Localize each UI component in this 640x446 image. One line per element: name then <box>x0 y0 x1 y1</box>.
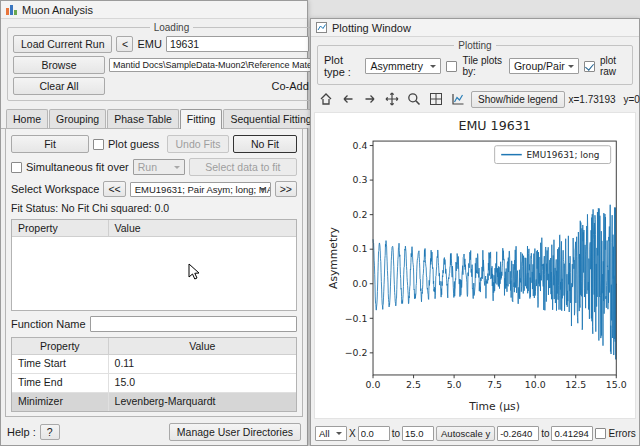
loading-group-label: Loading <box>150 22 194 33</box>
y-to-label: to <box>541 428 549 439</box>
mouse-cursor <box>188 263 200 281</box>
muon-titlebar[interactable]: Muon Analysis <box>1 1 307 19</box>
subplots-icon <box>428 91 444 107</box>
svg-text:0.3: 0.3 <box>353 174 368 185</box>
muon-tabbar: HomeGroupingPhase TableFittingSequential… <box>1 106 307 129</box>
chart-title: EMU 19631 <box>458 118 530 133</box>
workspace-previous-button[interactable]: << <box>103 181 125 197</box>
autoscale-y-button[interactable]: Autoscale y <box>436 426 495 441</box>
svg-text:−0.2: −0.2 <box>345 347 368 358</box>
pan-icon <box>384 91 400 107</box>
plotting-group-label: Plotting <box>454 40 495 51</box>
workspace-combo[interactable]: EMU19631; Pair Asym; long; MA <box>130 182 271 197</box>
simultaneous-fit-checkbox[interactable] <box>11 162 22 173</box>
plotting-window: Plotting Window Plotting Plot type : Asy… <box>310 18 640 446</box>
asymmetry-plot[interactable]: EMU 196310.02.55.07.510.012.515.0−0.2−0.… <box>315 113 635 418</box>
errors-label: Errors <box>608 428 635 439</box>
function-name-label: Function Name <box>11 318 86 330</box>
param-value[interactable]: 15.0 <box>109 374 296 392</box>
pan-button[interactable] <box>383 89 401 109</box>
plot-type-label: Plot type : <box>324 54 360 78</box>
help-button[interactable]: ? <box>40 424 60 440</box>
forward-arrow-icon <box>362 91 378 107</box>
function-browser[interactable]: Property Value <box>11 219 297 311</box>
load-current-run-button[interactable]: Load Current Run <box>13 35 112 53</box>
previous-run-button[interactable]: < <box>116 36 133 52</box>
muon-analysis-window: Muon Analysis Loading Load Current Run <… <box>0 0 308 446</box>
plot-guess-label: Plot guess <box>108 138 163 150</box>
svg-text:0.2: 0.2 <box>353 209 368 220</box>
y-max-input[interactable] <box>551 426 593 441</box>
simultaneous-fit-label: Simultaneous fit over <box>26 161 129 173</box>
svg-text:0.4: 0.4 <box>353 140 368 151</box>
tab-phase-table[interactable]: Phase Table <box>107 109 179 128</box>
home-button[interactable] <box>317 89 335 109</box>
manage-user-directories-button[interactable]: Manage User Directories <box>169 423 301 441</box>
svg-text:7.5: 7.5 <box>487 379 502 390</box>
back-button[interactable] <box>339 89 357 109</box>
clear-all-button[interactable]: Clear All <box>13 77 105 95</box>
function-name-input[interactable] <box>90 316 297 332</box>
param-property: Minimizer <box>12 393 109 411</box>
home-icon <box>318 91 334 107</box>
fit-properties-table: Property Value Time Start0.11Time End15.… <box>11 337 297 412</box>
plot-toolbar: Show/hide legend x=1.73193 y=0.04682 <box>311 87 639 110</box>
errors-checkbox[interactable] <box>595 428 606 439</box>
fit-status-text: Fit Status: No Fit Chi squared: 0.0 <box>11 202 297 214</box>
param-value[interactable]: 0.11 <box>109 355 296 373</box>
zoom-button[interactable] <box>405 89 423 109</box>
svg-text:5.0: 5.0 <box>447 379 462 390</box>
param-property: Time End <box>12 374 109 392</box>
x-min-input[interactable] <box>358 426 390 441</box>
browser-header-value: Value <box>109 220 296 236</box>
param-row: Time Start0.11 <box>12 355 296 374</box>
figure-canvas[interactable]: EMU 196310.02.55.07.510.012.515.0−0.2−0.… <box>314 112 636 419</box>
y-axis-label: Asymmetry <box>327 226 340 289</box>
browse-button[interactable]: Browse <box>13 56 105 74</box>
svg-text:0.0: 0.0 <box>353 278 368 289</box>
plot-legend[interactable]: EMU19631; long <box>495 146 611 164</box>
param-row: Time End15.0 <box>12 374 296 393</box>
window-title: Plotting Window <box>332 22 411 34</box>
x-range-label: X <box>349 428 356 439</box>
run-number-input[interactable] <box>166 36 309 52</box>
tile-plots-label: Tile plots by: <box>462 55 504 77</box>
y-min-input[interactable] <box>497 426 539 441</box>
svg-text:12.5: 12.5 <box>565 379 586 390</box>
fit-button[interactable]: Fit <box>11 135 89 153</box>
tab-sequential-fitting[interactable]: Sequential Fitting <box>223 109 318 128</box>
param-value[interactable]: Levenberg-Marquardt <box>109 393 296 411</box>
forward-button[interactable] <box>361 89 379 109</box>
no-fit-button[interactable]: No Fit <box>233 135 297 153</box>
customize-plot-button[interactable] <box>449 89 467 109</box>
tile-plots-checkbox[interactable] <box>446 61 457 72</box>
instrument-label: EMU <box>137 38 161 50</box>
plot-raw-label: plot raw <box>600 55 626 77</box>
browser-header-property: Property <box>12 220 109 236</box>
tab-fitting[interactable]: Fitting <box>180 109 223 129</box>
axis-scope-combo[interactable]: All <box>315 426 347 441</box>
fitting-panel: Fit Plot guess Undo Fits No Fit Simultan… <box>5 129 303 417</box>
zoom-icon <box>406 91 422 107</box>
param-row: MinimizerLevenberg-Marquardt <box>12 393 296 412</box>
tab-grouping[interactable]: Grouping <box>49 109 106 128</box>
svg-text:2.5: 2.5 <box>406 379 421 390</box>
tile-by-combo[interactable]: Group/Pair <box>509 58 579 74</box>
show-hide-legend-button[interactable]: Show/hide legend <box>471 91 565 108</box>
plot-guess-checkbox[interactable] <box>93 139 104 150</box>
subplots-button[interactable] <box>427 89 445 109</box>
cursor-x-readout: x=1.73193 <box>569 94 616 105</box>
x-max-input[interactable] <box>402 426 434 441</box>
workspace-next-button[interactable]: >> <box>275 181 297 197</box>
param-property: Time Start <box>12 355 109 373</box>
plot-titlebar[interactable]: Plotting Window <box>311 19 639 37</box>
loading-group: Loading Load Current Run < EMU > Browse … <box>7 22 336 101</box>
select-data-to-fit-button: Select data to fit <box>189 158 297 176</box>
co-add-label: Co-Add : <box>272 80 315 92</box>
plot-type-combo[interactable]: Asymmetry <box>365 58 441 74</box>
muon-footer: Help : ? Manage User Directories <box>1 419 307 445</box>
tab-home[interactable]: Home <box>6 109 48 128</box>
plotting-group: Plotting Plot type : Asymmetry Tile plot… <box>317 40 633 85</box>
plot-raw-checkbox[interactable] <box>584 61 595 72</box>
file-path-input[interactable] <box>109 58 330 72</box>
